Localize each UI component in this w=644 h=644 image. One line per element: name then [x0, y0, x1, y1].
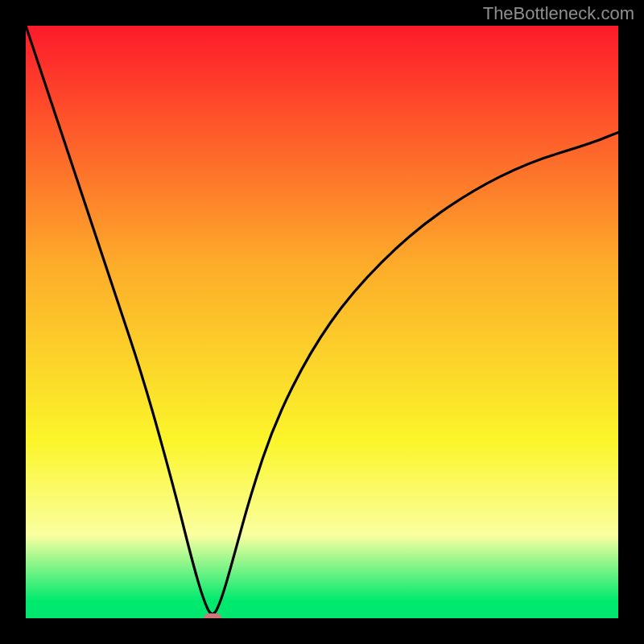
chart-stage: TheBottleneck.com [0, 0, 644, 644]
bottleneck-curve [26, 26, 618, 618]
optimal-point-marker [204, 613, 221, 618]
plot-area [26, 26, 618, 618]
attribution-text: TheBottleneck.com [483, 3, 634, 24]
